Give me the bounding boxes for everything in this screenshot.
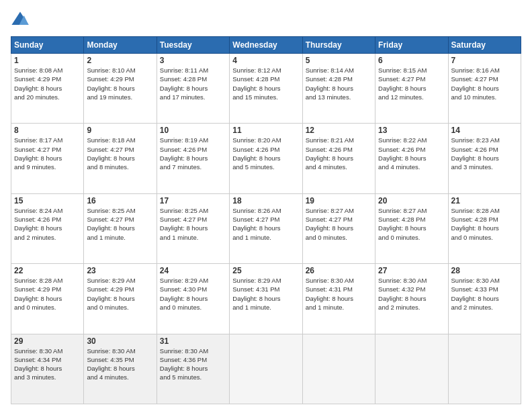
cell-line: and 0 minutes. — [160, 303, 226, 312]
day-number: 3 — [160, 56, 226, 65]
day-number: 26 — [306, 266, 372, 275]
calendar-cell: 23Sunrise: 8:29 AMSunset: 4:29 PMDayligh… — [84, 264, 157, 334]
calendar-cell: 22Sunrise: 8:28 AMSunset: 4:29 PMDayligh… — [11, 264, 84, 334]
cell-line: Daylight: 8 hours — [306, 294, 372, 303]
cell-line: and 3 minutes. — [14, 373, 81, 381]
calendar-cell: 25Sunrise: 8:29 AMSunset: 4:31 PMDayligh… — [230, 264, 302, 334]
day-number: 25 — [232, 266, 299, 275]
cell-line: Sunrise: 8:29 AM — [232, 276, 299, 285]
cell-line: Daylight: 8 hours — [378, 154, 445, 163]
cell-line: Sunset: 4:26 PM — [14, 215, 81, 224]
day-number: 8 — [14, 126, 81, 135]
cell-line: Sunrise: 8:16 AM — [451, 66, 518, 75]
calendar-cell: 28Sunrise: 8:30 AMSunset: 4:33 PMDayligh… — [448, 264, 521, 334]
week-row-1: 8Sunrise: 8:17 AMSunset: 4:27 PMDaylight… — [11, 124, 521, 193]
calendar-cell: 12Sunrise: 8:21 AMSunset: 4:26 PMDayligh… — [302, 124, 375, 193]
cell-line: and 1 minute. — [306, 303, 372, 312]
calendar-cell: 21Sunrise: 8:28 AMSunset: 4:28 PMDayligh… — [448, 193, 521, 263]
day-number: 17 — [160, 196, 226, 205]
cell-line: Sunrise: 8:30 AM — [451, 276, 518, 285]
cell-line: Sunset: 4:30 PM — [160, 285, 226, 293]
cell-line: Daylight: 8 hours — [87, 294, 153, 303]
cell-line: Sunrise: 8:27 AM — [378, 206, 445, 215]
cell-line: Sunrise: 8:29 AM — [87, 276, 153, 285]
day-number: 14 — [451, 126, 518, 135]
cell-line: Sunrise: 8:24 AM — [14, 206, 81, 215]
header-cell-friday: Friday — [375, 37, 448, 54]
cell-line: and 5 minutes. — [160, 373, 226, 381]
calendar-cell — [230, 334, 302, 404]
day-number: 13 — [378, 126, 445, 135]
cell-line: Daylight: 8 hours — [378, 84, 445, 93]
cell-line: Daylight: 8 hours — [160, 294, 226, 303]
cell-line: Daylight: 8 hours — [451, 154, 518, 163]
week-row-2: 15Sunrise: 8:24 AMSunset: 4:26 PMDayligh… — [11, 193, 521, 263]
header-cell-sunday: Sunday — [11, 37, 84, 54]
calendar-cell: 13Sunrise: 8:22 AMSunset: 4:26 PMDayligh… — [375, 124, 448, 193]
cell-line: Sunset: 4:28 PM — [306, 75, 372, 83]
cell-line: Sunrise: 8:14 AM — [306, 66, 372, 75]
cell-line: and 0 minutes. — [378, 233, 445, 242]
page: SundayMondayTuesdayWednesdayThursdayFrid… — [0, 0, 532, 411]
cell-line: Daylight: 8 hours — [160, 84, 226, 93]
cell-line: Daylight: 8 hours — [378, 224, 445, 232]
cell-line: Daylight: 8 hours — [451, 294, 518, 303]
cell-line: Sunrise: 8:27 AM — [306, 206, 372, 215]
cell-line: Sunset: 4:26 PM — [232, 145, 299, 154]
cell-line: Daylight: 8 hours — [451, 84, 518, 93]
calendar-cell: 27Sunrise: 8:30 AMSunset: 4:32 PMDayligh… — [375, 264, 448, 334]
day-number: 9 — [87, 126, 153, 135]
cell-line: Sunset: 4:27 PM — [160, 215, 226, 224]
cell-line: Sunrise: 8:26 AM — [232, 206, 299, 215]
day-number: 20 — [378, 196, 445, 205]
day-number: 11 — [232, 126, 299, 135]
cell-line: Sunrise: 8:25 AM — [87, 206, 153, 215]
cell-line: Daylight: 8 hours — [87, 154, 153, 163]
cell-line: Daylight: 8 hours — [14, 84, 81, 93]
cell-line: Daylight: 8 hours — [14, 224, 81, 232]
cell-line: Sunrise: 8:28 AM — [451, 206, 518, 215]
calendar-header: SundayMondayTuesdayWednesdayThursdayFrid… — [11, 37, 521, 54]
day-number: 5 — [306, 56, 372, 65]
calendar-cell — [448, 334, 521, 404]
cell-line: and 4 minutes. — [378, 163, 445, 171]
cell-line: Sunrise: 8:28 AM — [14, 276, 81, 285]
cell-line: and 19 minutes. — [87, 93, 153, 101]
calendar-cell: 17Sunrise: 8:25 AMSunset: 4:27 PMDayligh… — [157, 193, 229, 263]
cell-line: and 0 minutes. — [14, 303, 81, 312]
cell-line: Sunset: 4:28 PM — [160, 75, 226, 83]
cell-line: and 5 minutes. — [232, 163, 299, 171]
cell-line: and 1 minute. — [232, 233, 299, 242]
cell-line: Daylight: 8 hours — [306, 154, 372, 163]
cell-line: Sunset: 4:35 PM — [87, 355, 153, 364]
week-row-4: 29Sunrise: 8:30 AMSunset: 4:34 PMDayligh… — [11, 334, 521, 404]
cell-line: and 9 minutes. — [14, 163, 81, 171]
cell-line: Sunset: 4:29 PM — [87, 285, 153, 293]
cell-line: and 20 minutes. — [14, 93, 81, 101]
cell-line: Sunrise: 8:30 AM — [378, 276, 445, 285]
cell-line: and 13 minutes. — [306, 93, 372, 101]
cell-line: Sunset: 4:27 PM — [232, 215, 299, 224]
cell-line: Sunrise: 8:30 AM — [160, 347, 226, 355]
cell-line: and 0 minutes. — [306, 233, 372, 242]
cell-line: Daylight: 8 hours — [14, 294, 81, 303]
day-number: 1 — [14, 56, 81, 65]
day-number: 16 — [87, 196, 153, 205]
calendar-cell: 19Sunrise: 8:27 AMSunset: 4:27 PMDayligh… — [302, 193, 375, 263]
cell-line: Sunset: 4:29 PM — [87, 75, 153, 83]
calendar-cell: 16Sunrise: 8:25 AMSunset: 4:27 PMDayligh… — [84, 193, 157, 263]
day-number: 31 — [160, 336, 226, 346]
calendar-cell: 24Sunrise: 8:29 AMSunset: 4:30 PMDayligh… — [157, 264, 229, 334]
cell-line: Sunrise: 8:23 AM — [451, 136, 518, 144]
cell-line: and 7 minutes. — [160, 163, 226, 171]
cell-line: Sunrise: 8:29 AM — [160, 276, 226, 285]
cell-line: Sunrise: 8:21 AM — [306, 136, 372, 144]
cell-line: Daylight: 8 hours — [160, 364, 226, 373]
cell-line: Daylight: 8 hours — [378, 294, 445, 303]
cell-line: Sunset: 4:26 PM — [160, 145, 226, 154]
cell-line: Sunset: 4:29 PM — [14, 75, 81, 83]
cell-line: Sunset: 4:32 PM — [378, 285, 445, 293]
cell-line: and 10 minutes. — [451, 93, 518, 101]
cell-line: Sunrise: 8:10 AM — [87, 66, 153, 75]
calendar-cell: 4Sunrise: 8:12 AMSunset: 4:28 PMDaylight… — [230, 54, 302, 124]
